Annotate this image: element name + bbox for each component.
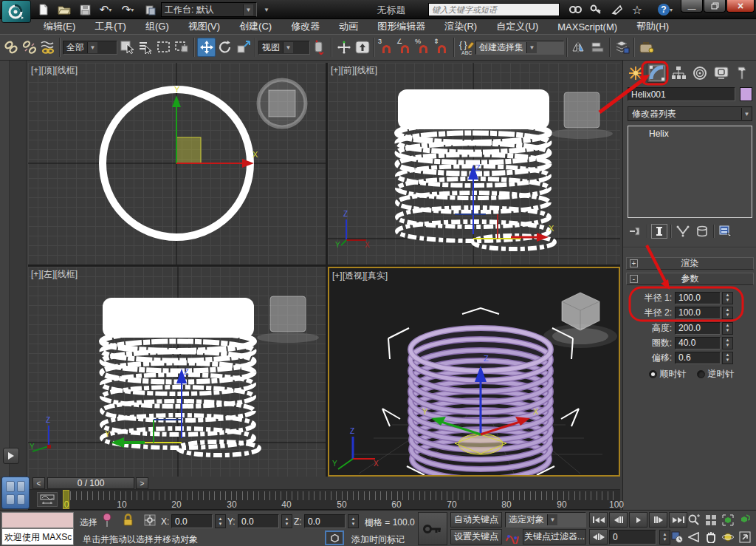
minimize-button[interactable]: — — [681, 0, 703, 13]
viewport-left[interactable]: [+][左][线框] — [28, 267, 326, 477]
close-button[interactable]: × — [726, 0, 755, 13]
window-crossing-toggle-icon[interactable] — [173, 38, 191, 57]
project-toggle-icon[interactable] — [140, 2, 159, 17]
open-file-icon[interactable] — [55, 2, 74, 17]
layer-manager-icon[interactable] — [613, 38, 631, 57]
viewport-layout-button[interactable] — [1, 477, 30, 509]
rendering-rollout-header[interactable]: + 渲染 — [626, 257, 754, 270]
menu-rendering[interactable]: 渲染(R) — [435, 19, 487, 34]
radius2-field[interactable] — [675, 307, 721, 319]
edit-named-selection-sets-icon[interactable]: { }ABC — [457, 38, 475, 57]
percent-snap-toggle-icon[interactable]: % — [414, 38, 433, 57]
menu-views[interactable]: 视图(V) — [179, 19, 230, 34]
height-spinner[interactable]: ▲▼ — [722, 322, 733, 335]
keyboard-shortcut-override-icon[interactable] — [353, 38, 371, 57]
pin-icon[interactable] — [102, 513, 112, 530]
viewcube-front-icon[interactable] — [551, 92, 613, 139]
key-filters-button[interactable]: 关键点过滤器... — [523, 529, 586, 545]
configure-modifier-sets-icon[interactable] — [718, 224, 734, 239]
menu-graph-editors[interactable]: 图形编辑器 — [368, 19, 435, 34]
search-icon[interactable] — [566, 2, 585, 17]
reference-coordinate-dropdown[interactable]: 视图 ▼ — [258, 41, 310, 55]
viewcube-perspective-icon[interactable] — [543, 293, 617, 348]
orbit-icon[interactable] — [719, 529, 736, 545]
selection-lock-icon[interactable] — [123, 513, 134, 529]
time-configuration-icon[interactable] — [668, 529, 685, 545]
go-to-start-button[interactable] — [589, 512, 608, 528]
display-tab-icon[interactable] — [711, 63, 731, 83]
track-bar[interactable]: 0 10 20 30 40 50 60 70 80 90 100 — [28, 490, 620, 510]
key-mode-toggle-button[interactable] — [589, 529, 608, 545]
height-field[interactable] — [675, 322, 721, 335]
x-spinner[interactable]: ▲▼ — [215, 514, 226, 528]
menu-customize[interactable]: 自定义(U) — [487, 19, 548, 34]
remove-modifier-icon[interactable] — [694, 224, 710, 239]
menu-edit[interactable]: 编辑(E) — [34, 19, 85, 34]
viewport-front-label[interactable]: [+][前][线框] — [331, 64, 377, 77]
mirror-icon[interactable] — [570, 38, 588, 57]
viewport-front[interactable]: [+][前][线框] — [328, 63, 620, 265]
maximize-viewport-icon[interactable] — [736, 529, 753, 545]
angle-snap-toggle-icon[interactable]: ∠ — [396, 38, 414, 57]
selection-filter-dropdown[interactable]: 全部 ▼ — [63, 41, 117, 55]
key-login-icon[interactable] — [586, 2, 605, 17]
pan-hand-icon[interactable] — [702, 529, 719, 545]
select-by-name-icon[interactable] — [136, 38, 154, 57]
menu-tools[interactable]: 工具(T) — [85, 19, 136, 34]
menu-maxscript[interactable]: MAXScript(M) — [548, 19, 627, 34]
viewcube-top-icon[interactable] — [258, 80, 306, 127]
new-file-icon[interactable] — [34, 2, 53, 17]
unlink-selection-icon[interactable] — [20, 38, 38, 57]
turns-spinner[interactable]: ▲▼ — [722, 337, 733, 349]
viewport-top[interactable]: [+][顶][线框] Y X — [28, 63, 326, 265]
expand-listener-button[interactable] — [3, 448, 19, 464]
named-selection-dropdown[interactable]: 创建选择集 ▼ — [475, 41, 564, 55]
zoom-icon[interactable] — [685, 512, 702, 528]
radius1-field[interactable] — [675, 292, 721, 304]
snaps-toggle-3d-icon[interactable]: 3 — [377, 38, 396, 57]
stack-item-helix[interactable]: Helix — [628, 126, 752, 139]
x-coordinate-field[interactable] — [171, 514, 213, 528]
redo-icon[interactable]: ↷▾ — [117, 2, 139, 17]
play-button[interactable] — [629, 512, 647, 528]
set-key-button[interactable]: 设置关键点 — [450, 529, 502, 545]
motion-tab-icon[interactable] — [690, 63, 709, 83]
z-coordinate-field[interactable] — [304, 514, 346, 528]
time-slider[interactable]: 0 / 100 — [47, 477, 134, 489]
parameters-rollout-header[interactable]: - 参数 — [626, 273, 754, 285]
absolute-mode-icon[interactable] — [143, 513, 157, 529]
next-key-button[interactable] — [649, 512, 667, 528]
mini-curve-editor-button[interactable] — [37, 492, 58, 507]
workspace-dropdown[interactable]: 工作台: 默认 ▼ — [161, 2, 257, 17]
set-keys-button[interactable] — [418, 512, 447, 545]
object-name-field[interactable] — [628, 87, 735, 101]
menu-group[interactable]: 组(G) — [136, 19, 179, 34]
previous-key-button[interactable] — [609, 512, 628, 528]
clockwise-radio[interactable]: 顺时针 — [649, 368, 687, 381]
isolate-selection-icon[interactable] — [325, 530, 344, 545]
viewcube-left-icon[interactable] — [257, 296, 319, 343]
bias-field[interactable] — [675, 352, 721, 364]
maxscript-listener-field[interactable]: 欢迎使用 MAXSc — [1, 528, 74, 545]
hierarchy-tab-icon[interactable] — [668, 63, 688, 83]
menu-modifiers[interactable]: 修改器 — [281, 19, 329, 34]
next-frame-button[interactable]: > — [136, 477, 148, 489]
current-frame-field[interactable] — [609, 530, 656, 545]
viewport-perspective-label[interactable]: [+][透视][真实] — [332, 270, 388, 282]
make-unique-icon[interactable] — [675, 224, 691, 239]
menu-animation[interactable]: 动画 — [329, 19, 368, 34]
selection-set-dropdown[interactable]: 选定对象 ▼ — [505, 512, 586, 528]
utilities-tab-icon[interactable] — [732, 63, 752, 83]
y-spinner[interactable]: ▲▼ — [281, 514, 292, 528]
viewport-perspective[interactable]: [+][透视][真实] — [328, 267, 620, 477]
favorites-star-icon[interactable]: ☆ — [628, 2, 647, 17]
modify-tab-icon[interactable] — [647, 63, 667, 83]
bias-spinner[interactable]: ▲▼ — [722, 352, 733, 364]
radius2-spinner[interactable]: ▲▼ — [722, 307, 733, 319]
select-and-scale-icon[interactable] — [234, 38, 252, 57]
select-and-move-icon[interactable] — [197, 38, 216, 57]
select-and-manipulate-icon[interactable] — [334, 38, 353, 57]
select-and-link-icon[interactable] — [1, 38, 20, 57]
modifier-list-dropdown[interactable]: 修改器列表 ▼ — [628, 106, 752, 121]
auto-key-button[interactable]: 自动关键点 — [450, 512, 502, 528]
